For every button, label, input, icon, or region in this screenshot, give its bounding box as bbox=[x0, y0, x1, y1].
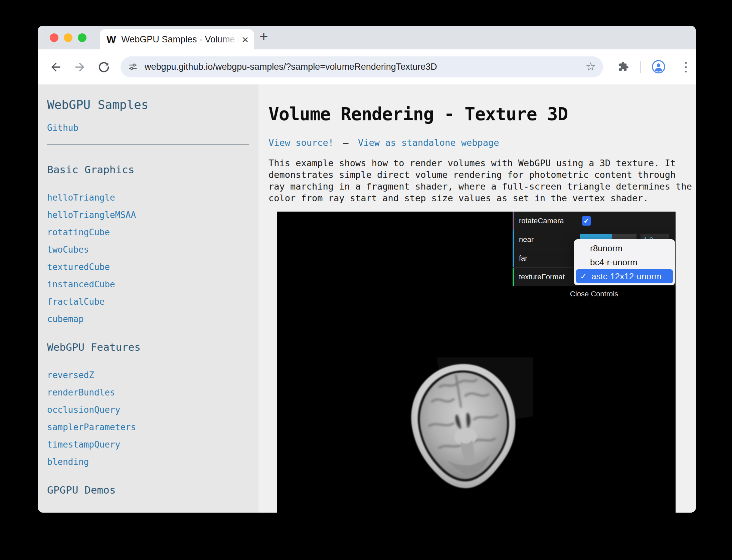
section-heading-webgpu-features: WebGPU Features bbox=[47, 341, 249, 353]
texture-format-dropdown: r8unorm bc4-r-unorm ✓ astc-12x12-unorm bbox=[574, 239, 675, 285]
sidebar-item-blending[interactable]: blending bbox=[47, 453, 89, 471]
menu-kebab-icon[interactable]: ⋮ bbox=[680, 59, 692, 74]
section-heading-basic-graphics: Basic Graphics bbox=[47, 164, 249, 176]
tab-favicon-icon: W bbox=[107, 34, 116, 45]
extensions-icon[interactable] bbox=[617, 61, 629, 74]
sidebar-title: WebGPU Samples bbox=[47, 98, 249, 111]
sidebar-item-reversedZ[interactable]: reversedZ bbox=[47, 366, 94, 384]
gui-label-far: far bbox=[514, 249, 577, 267]
back-icon[interactable] bbox=[49, 60, 62, 74]
site-settings-icon[interactable] bbox=[128, 62, 138, 73]
dropdown-option-astc-12x12-unorm[interactable]: ✓ astc-12x12-unorm bbox=[576, 269, 673, 283]
browser-window: W WebGPU Samples - Volume R × + bbox=[38, 26, 696, 513]
sidebar-item-cubemap[interactable]: cubemap bbox=[47, 310, 84, 328]
sidebar-item-computeBoids[interactable]: computeBoids bbox=[47, 509, 110, 513]
sidebar-item-texturedCube[interactable]: texturedCube bbox=[47, 258, 110, 276]
close-window-button[interactable] bbox=[50, 33, 58, 42]
sidebar: WebGPU Samples Github Basic Graphics hel… bbox=[38, 84, 258, 513]
toolbar-divider bbox=[640, 61, 641, 73]
sidebar-item-rotatingCube[interactable]: rotatingCube bbox=[47, 224, 110, 241]
gui-row-rotateCamera: rotateCamera ✓ bbox=[513, 212, 676, 230]
check-icon: ✓ bbox=[580, 269, 591, 283]
sidebar-list-webgpu-features: reversedZ renderBundles occlusionQuery s… bbox=[47, 366, 249, 471]
url-text[interactable]: webgpu.github.io/webgpu-samples/?sample=… bbox=[145, 56, 437, 77]
page-title: Volume Rendering - Texture 3D bbox=[268, 104, 696, 124]
forward-icon[interactable] bbox=[73, 60, 86, 74]
profile-avatar[interactable] bbox=[652, 60, 666, 75]
gui-widget: ✓ bbox=[577, 212, 676, 230]
sidebar-item-samplerParameters[interactable]: samplerParameters bbox=[47, 418, 136, 436]
gui-label-textureFormat: textureFormat bbox=[514, 268, 577, 286]
view-source-link[interactable]: View source! bbox=[268, 137, 334, 148]
traffic-lights bbox=[50, 33, 86, 42]
dropdown-option-r8unorm[interactable]: r8unorm bbox=[574, 241, 675, 255]
sidebar-list-basic-graphics: helloTriangle helloTriangleMSAA rotating… bbox=[47, 189, 249, 328]
new-tab-button[interactable]: + bbox=[259, 26, 268, 49]
reload-icon[interactable] bbox=[97, 60, 111, 74]
page-content: WebGPU Samples Github Basic Graphics hel… bbox=[38, 84, 696, 513]
dropdown-option-bc4-r-unorm[interactable]: bc4-r-unorm bbox=[574, 255, 675, 269]
sidebar-list-gpgpu-demos: computeBoids bbox=[47, 509, 249, 513]
sidebar-divider bbox=[47, 144, 249, 145]
tab-close-icon[interactable]: × bbox=[242, 34, 248, 45]
volume-brain-render bbox=[395, 357, 533, 493]
links-separator: — bbox=[343, 137, 348, 148]
sidebar-item-fractalCube[interactable]: fractalCube bbox=[47, 293, 105, 310]
sample-description: This example shows how to render volumes… bbox=[268, 157, 694, 204]
browser-toolbar: webgpu.github.io/webgpu-samples/?sample=… bbox=[38, 49, 696, 84]
sidebar-item-helloTriangle[interactable]: helloTriangle bbox=[47, 189, 115, 206]
rotate-camera-checkbox[interactable]: ✓ bbox=[582, 216, 591, 226]
links-row: View source! — View as standalone webpag… bbox=[268, 137, 696, 148]
sidebar-item-twoCubes[interactable]: twoCubes bbox=[47, 241, 89, 258]
sidebar-item-occlusionQuery[interactable]: occlusionQuery bbox=[47, 401, 120, 418]
browser-tab[interactable]: W WebGPU Samples - Volume R × bbox=[100, 29, 254, 49]
zoom-window-button[interactable] bbox=[78, 33, 86, 42]
sidebar-item-instancedCube[interactable]: instancedCube bbox=[47, 276, 115, 293]
bookmark-star-icon[interactable]: ☆ bbox=[586, 56, 596, 77]
tab-title: WebGPU Samples - Volume R bbox=[121, 34, 239, 45]
tab-strip: W WebGPU Samples - Volume R × + bbox=[38, 26, 696, 49]
section-heading-gpgpu-demos: GPGPU Demos bbox=[47, 484, 249, 496]
standalone-link[interactable]: View as standalone webpage bbox=[358, 137, 499, 148]
sidebar-item-timestampQuery[interactable]: timestampQuery bbox=[47, 436, 120, 453]
address-bar[interactable]: webgpu.github.io/webgpu-samples/?sample=… bbox=[121, 56, 603, 77]
main-content: Volume Rendering - Texture 3D View sourc… bbox=[258, 84, 696, 513]
dropdown-option-label: astc-12x12-unorm bbox=[591, 269, 662, 283]
gui-label-near: near bbox=[514, 230, 577, 249]
sidebar-item-helloTriangleMSAA[interactable]: helloTriangleMSAA bbox=[47, 206, 136, 224]
gui-label-rotateCamera: rotateCamera bbox=[514, 212, 577, 230]
github-link[interactable]: Github bbox=[47, 123, 78, 133]
render-canvas[interactable]: rotateCamera ✓ near 1.0 bbox=[277, 212, 676, 513]
sidebar-item-renderBundles[interactable]: renderBundles bbox=[47, 384, 115, 401]
minimize-window-button[interactable] bbox=[64, 33, 72, 42]
close-controls-button[interactable]: Close Controls bbox=[513, 290, 676, 298]
